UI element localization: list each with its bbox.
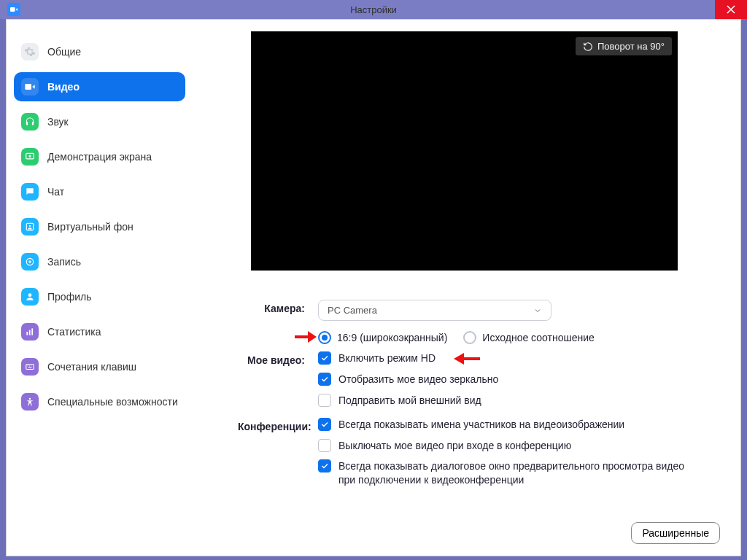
aspect-ratio-original-option[interactable]: Исходное соотношение bbox=[463, 331, 594, 344]
sidebar-item-general[interactable]: Общие bbox=[14, 37, 185, 66]
advanced-button[interactable]: Расширенные bbox=[631, 522, 720, 544]
close-button[interactable] bbox=[715, 0, 747, 19]
profile-icon bbox=[21, 288, 39, 306]
meetings-label: Конференции: bbox=[238, 418, 318, 432]
camera-row: Камера: PC Camera 16:9 (широкоэкранный) bbox=[238, 300, 720, 344]
meetings-off-join-option[interactable]: Выключать мое видео при входе в конферен… bbox=[318, 439, 720, 453]
title-bar: Настройки bbox=[0, 0, 747, 19]
app-icon bbox=[7, 3, 20, 16]
annotation-arrow-icon bbox=[449, 351, 481, 366]
my-video-label: Мое видео: bbox=[238, 351, 318, 366]
sidebar-item-label: Чат bbox=[47, 186, 64, 198]
meetings-names-option[interactable]: Всегда показывать имена участников на ви… bbox=[318, 418, 720, 432]
headphones-icon bbox=[21, 113, 39, 131]
meetings-names-label: Всегда показывать имена участников на ви… bbox=[338, 418, 624, 432]
checkbox-icon[interactable] bbox=[318, 439, 331, 452]
sidebar-item-label: Виртуальный фон bbox=[47, 221, 133, 233]
svg-rect-0 bbox=[10, 7, 15, 12]
sidebar-item-label: Демонстрация экрана bbox=[47, 151, 152, 163]
stats-icon bbox=[21, 323, 39, 341]
svg-rect-11 bbox=[26, 365, 34, 370]
record-icon bbox=[21, 253, 39, 271]
virtual-bg-icon bbox=[21, 218, 39, 236]
mirror-option[interactable]: Отобразить мое видео зеркально bbox=[318, 373, 720, 386]
keyboard-icon bbox=[21, 358, 39, 376]
camera-label: Камера: bbox=[238, 300, 318, 314]
video-preview: Поворот на 90° bbox=[251, 31, 678, 271]
my-video-row: Мое видео: Включить режим HD Отобразить … bbox=[238, 351, 720, 408]
sidebar-item-label: Сочетания клавиш bbox=[47, 361, 136, 373]
radio-icon[interactable] bbox=[463, 331, 476, 344]
share-screen-icon bbox=[21, 148, 39, 166]
meetings-preview-label: Всегда показывать диалоговое окно предва… bbox=[338, 459, 689, 487]
sidebar-item-label: Запись bbox=[47, 256, 81, 268]
svg-rect-10 bbox=[31, 328, 33, 335]
sidebar-item-audio[interactable]: Звук bbox=[14, 107, 185, 136]
sidebar: Общие Видео Звук Демонстрация экрана Чат bbox=[7, 20, 193, 556]
sidebar-item-virtual-background[interactable]: Виртуальный фон bbox=[14, 212, 185, 241]
touchup-option[interactable]: Подправить мой внешний вид bbox=[318, 394, 720, 408]
camera-selected: PC Camera bbox=[328, 305, 377, 316]
svg-rect-8 bbox=[26, 332, 28, 335]
sidebar-item-label: Профиль bbox=[47, 291, 91, 303]
main-content: Поворот на 90° Камера: PC Camera 16 bbox=[193, 20, 740, 556]
hd-label: Включить режим HD bbox=[338, 351, 436, 365]
window-title: Настройки bbox=[350, 4, 397, 15]
meetings-preview-option[interactable]: Всегда показывать диалоговое окно предва… bbox=[318, 459, 720, 487]
sidebar-item-keyboard-shortcuts[interactable]: Сочетания клавиш bbox=[14, 352, 185, 381]
svg-rect-9 bbox=[29, 330, 31, 335]
meetings-row: Конференции: Всегда показывать имена уча… bbox=[238, 418, 720, 488]
aspect-ratio-wide-label: 16:9 (широкоэкранный) bbox=[337, 332, 447, 343]
mirror-label: Отобразить мое видео зеркально bbox=[338, 373, 498, 386]
sidebar-item-label: Видео bbox=[47, 81, 80, 93]
sidebar-item-label: Статистика bbox=[47, 326, 101, 338]
annotation-arrow-icon bbox=[293, 330, 318, 344]
svg-point-14 bbox=[31, 365, 31, 366]
hd-option[interactable]: Включить режим HD bbox=[318, 351, 720, 365]
camera-select[interactable]: PC Camera bbox=[318, 300, 551, 321]
sidebar-item-label: Звук bbox=[47, 116, 69, 128]
sidebar-item-label: Специальные возможности bbox=[47, 396, 178, 408]
svg-point-12 bbox=[28, 365, 28, 366]
checkbox-checked-icon[interactable] bbox=[318, 459, 331, 472]
video-icon bbox=[21, 78, 39, 96]
checkbox-checked-icon[interactable] bbox=[318, 351, 331, 365]
chevron-down-icon bbox=[533, 306, 542, 315]
sidebar-item-recording[interactable]: Запись bbox=[14, 247, 185, 276]
svg-point-6 bbox=[28, 260, 31, 263]
sidebar-item-profile[interactable]: Профиль bbox=[14, 282, 185, 311]
radio-checked-icon[interactable] bbox=[318, 331, 331, 344]
settings-window: Общие Видео Звук Демонстрация экрана Чат bbox=[6, 19, 741, 556]
meetings-off-join-label: Выключать мое видео при входе в конферен… bbox=[338, 439, 571, 453]
checkbox-checked-icon[interactable] bbox=[318, 418, 331, 431]
aspect-ratio-wide-option[interactable]: 16:9 (широкоэкранный) bbox=[318, 331, 447, 344]
svg-point-16 bbox=[29, 398, 31, 400]
svg-point-7 bbox=[28, 293, 32, 297]
sidebar-item-share-screen[interactable]: Демонстрация экрана bbox=[14, 142, 185, 171]
sidebar-item-accessibility[interactable]: Специальные возможности bbox=[14, 387, 185, 416]
svg-point-13 bbox=[29, 365, 30, 366]
aspect-ratio-original-label: Исходное соотношение bbox=[482, 332, 594, 343]
svg-rect-1 bbox=[25, 84, 31, 90]
chat-icon bbox=[21, 183, 39, 201]
gear-icon bbox=[21, 43, 39, 61]
accessibility-icon bbox=[21, 393, 39, 411]
svg-point-4 bbox=[29, 225, 31, 227]
touchup-label: Подправить мой внешний вид bbox=[338, 394, 481, 408]
sidebar-item-video[interactable]: Видео bbox=[14, 72, 185, 101]
sidebar-item-chat[interactable]: Чат bbox=[14, 177, 185, 206]
footer: Расширенные bbox=[209, 512, 720, 544]
rotate-label: Поворот на 90° bbox=[597, 41, 665, 52]
sidebar-item-statistics[interactable]: Статистика bbox=[14, 317, 185, 346]
sidebar-item-label: Общие bbox=[47, 46, 81, 58]
checkbox-checked-icon[interactable] bbox=[318, 373, 331, 386]
checkbox-icon[interactable] bbox=[318, 394, 331, 407]
rotate-button[interactable]: Поворот на 90° bbox=[576, 37, 672, 55]
svg-rect-15 bbox=[28, 368, 32, 368]
